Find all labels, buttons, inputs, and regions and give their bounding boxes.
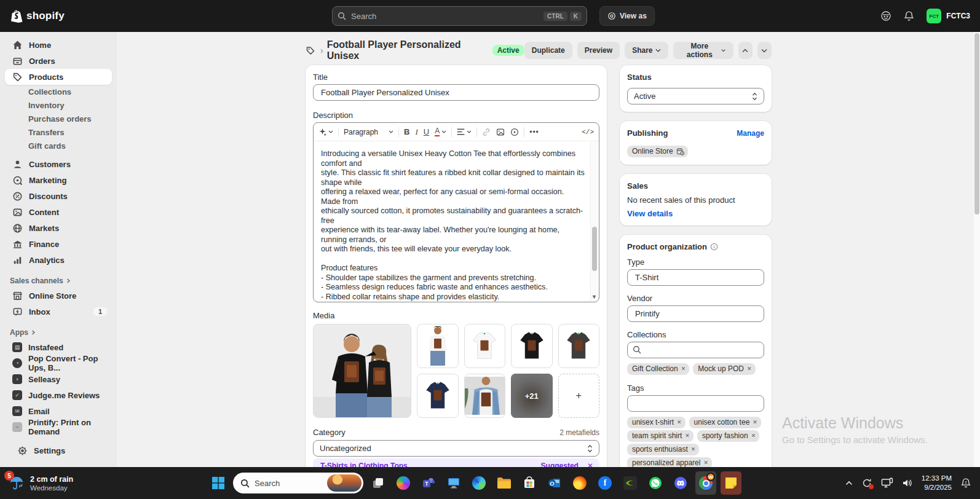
sidebar-app-pop-convert[interactable]: ◔ Pop Convert - Pop Ups, B...	[5, 355, 112, 371]
share-button[interactable]: Share	[625, 42, 668, 59]
teams-button[interactable]: T	[418, 471, 439, 495]
shopify-logo[interactable]: shopify	[11, 9, 65, 23]
remove-collection-icon[interactable]: ✕	[747, 366, 752, 372]
sidebar-item-analytics[interactable]: Analytics	[5, 252, 112, 268]
media-more-count-tile[interactable]: +21	[511, 374, 553, 418]
dismiss-suggestion-icon[interactable]: ✕	[587, 462, 593, 467]
media-thumbnail-denim-model[interactable]	[464, 374, 506, 418]
paragraph-style-dropdown[interactable]: Paragraph	[344, 128, 393, 136]
editor-scrollbar-thumb[interactable]	[592, 227, 597, 271]
discord-button[interactable]	[670, 471, 691, 495]
facebook-button[interactable]: f	[595, 471, 615, 495]
view-as-button[interactable]: View as	[599, 6, 655, 26]
remove-collection-icon[interactable]: ✕	[681, 366, 686, 372]
editor-scrollbar[interactable]: ▼	[590, 142, 598, 301]
sidebar-item-inventory[interactable]: Inventory	[5, 98, 112, 112]
remove-tag-icon[interactable]: ✕	[685, 433, 690, 439]
online-store-channel-pill[interactable]: Online Store	[627, 146, 688, 157]
firefox-button[interactable]	[569, 471, 590, 495]
scroll-down-arrow-icon[interactable]: ▼	[591, 294, 597, 300]
page-scrollbar-thumb[interactable]	[974, 33, 979, 214]
next-product-button[interactable]	[757, 42, 772, 59]
type-input[interactable]	[627, 269, 764, 286]
sidebar-item-finance[interactable]: Finance	[5, 236, 112, 252]
duplicate-button[interactable]: Duplicate	[524, 42, 572, 59]
sidebar-item-gift-cards[interactable]: Gift cards	[5, 139, 112, 152]
preview-button[interactable]: Preview	[577, 42, 620, 59]
microsoft-store-button[interactable]	[519, 471, 540, 495]
sidebar-item-home[interactable]: Home	[5, 37, 112, 53]
sidebar-item-marketing[interactable]: Marketing	[5, 172, 112, 188]
media-thumbnail-model-white-tee[interactable]	[417, 324, 459, 368]
search-highlight-image[interactable]	[327, 474, 362, 492]
sidebar-item-customers[interactable]: Customers	[5, 156, 112, 172]
outlook-button[interactable]: O	[544, 471, 565, 495]
sidebar-item-content[interactable]: Content	[5, 204, 112, 220]
remove-tag-icon[interactable]: ✕	[751, 433, 756, 439]
insert-video-icon[interactable]	[510, 128, 519, 136]
taskbar-search[interactable]: Search	[233, 473, 363, 493]
tray-notification-bell-icon[interactable]: z	[960, 477, 971, 489]
sidebar-item-markets[interactable]: Markets	[5, 220, 112, 236]
more-formatting-button[interactable]: •••	[529, 128, 539, 136]
title-input[interactable]	[313, 84, 599, 101]
bold-button[interactable]: B	[404, 127, 409, 136]
sales-channels-header[interactable]: Sales channels	[10, 277, 107, 285]
show-html-button[interactable]: </>	[582, 128, 594, 136]
page-scrollbar[interactable]	[974, 32, 980, 467]
underline-button[interactable]: U	[424, 127, 429, 136]
sidebar-item-products[interactable]: Products	[5, 69, 112, 85]
metafields-link[interactable]: 2 metafields	[559, 428, 599, 437]
suggested-category-link[interactable]: T-Shirts in Clothing Tops	[320, 462, 541, 467]
sidebar-app-printify[interactable]: ~ Printify: Print on Demand	[5, 419, 112, 435]
nvidia-button[interactable]	[620, 471, 641, 495]
sidebar-app-selleasy[interactable]: › Selleasy	[5, 371, 112, 387]
category-select[interactable]: Uncategorized	[313, 440, 599, 457]
info-icon[interactable]	[710, 243, 718, 251]
media-thumbnail-white-tee[interactable]	[464, 324, 506, 368]
sidebar-item-inbox[interactable]: Inbox 1	[5, 304, 112, 320]
more-actions-button[interactable]: More actions	[673, 42, 733, 59]
text-color-button[interactable]: A	[435, 127, 446, 136]
description-editor-body[interactable]: Introducing a versatile Unisex Heavy Cot…	[314, 141, 599, 302]
apps-header[interactable]: Apps	[10, 328, 107, 337]
account-menu[interactable]: FCT FCTC3	[927, 9, 970, 23]
global-search-bar[interactable]: Search CTRL K	[332, 6, 587, 26]
italic-button[interactable]: I	[415, 127, 417, 137]
tray-sync-alert-icon[interactable]	[861, 477, 872, 489]
copilot-button[interactable]	[393, 471, 414, 495]
link-icon[interactable]	[482, 128, 491, 136]
sidebar-item-orders[interactable]: Orders	[5, 53, 112, 69]
tray-clock[interactable]: 12:33 PM 9/2/2025	[922, 474, 952, 492]
alignment-button[interactable]	[457, 128, 472, 135]
view-details-link[interactable]: View details	[627, 209, 764, 218]
add-media-tile[interactable]: +	[558, 374, 600, 418]
sidekick-icon[interactable]	[880, 10, 891, 22]
sidebar-app-instafeed[interactable]: ▤ Instafeed	[5, 339, 112, 355]
status-select[interactable]: Active	[627, 88, 764, 104]
remove-tag-icon[interactable]: ✕	[703, 460, 708, 466]
task-view-button[interactable]	[368, 471, 389, 495]
sidebar-app-email[interactable]: ✉ Email	[5, 403, 112, 419]
tray-chevron-up-icon[interactable]	[845, 481, 853, 485]
ai-magic-button[interactable]	[318, 128, 333, 136]
tray-display-icon[interactable]	[881, 477, 893, 489]
media-thumbnail-dark-gray-tee[interactable]	[558, 324, 600, 368]
display-app-button[interactable]	[443, 471, 464, 495]
chrome-button-active[interactable]: W	[695, 471, 716, 495]
collections-search-input[interactable]	[627, 342, 764, 358]
taskbar-weather-widget[interactable]: 5 2 cm of rain Wednesday	[9, 475, 193, 492]
notifications-bell-icon[interactable]	[904, 10, 914, 22]
vendor-input[interactable]	[627, 305, 764, 322]
edge-button[interactable]	[468, 471, 489, 495]
manage-link[interactable]: Manage	[737, 129, 764, 138]
media-thumbnail-main[interactable]	[313, 324, 411, 418]
sidebar-app-judgeme[interactable]: ✓ Judge.me Reviews	[5, 387, 112, 403]
sidebar-item-settings[interactable]: Settings	[10, 442, 107, 458]
remove-tag-icon[interactable]: ✕	[677, 419, 682, 425]
media-thumbnail-black-tee[interactable]	[511, 324, 553, 368]
whatsapp-button[interactable]	[645, 471, 666, 495]
sticky-notes-button-active[interactable]	[721, 471, 741, 495]
tags-input[interactable]	[627, 395, 764, 412]
insert-image-icon[interactable]	[496, 128, 505, 136]
